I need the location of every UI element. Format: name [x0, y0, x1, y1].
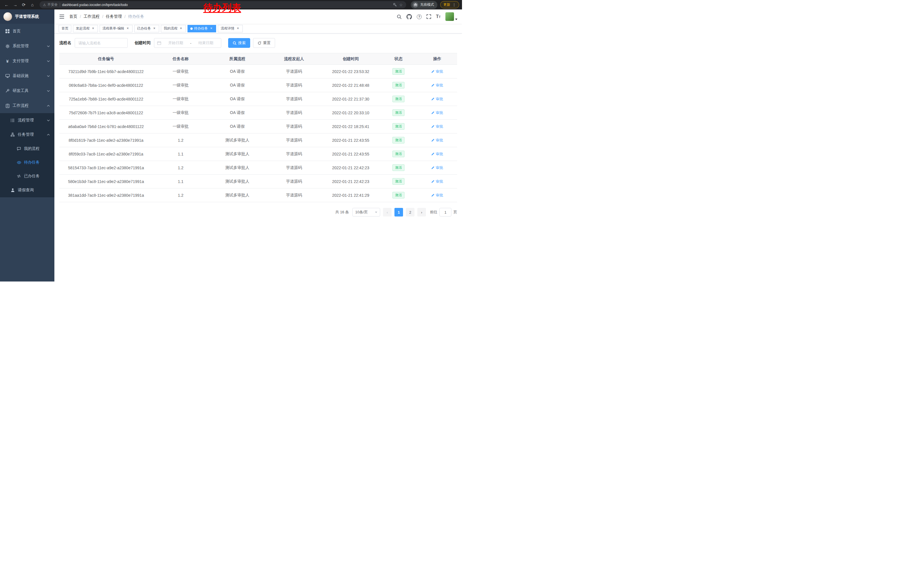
cell-created: 2022-01-22 18:25:41: [322, 120, 380, 134]
browser-menu-icon[interactable]: ⋮: [452, 3, 456, 7]
cell-process: OA 请假: [208, 65, 266, 78]
sidebar-item-leave-query[interactable]: 请假查询: [0, 183, 54, 197]
sidebar-item-home[interactable]: 首页: [0, 24, 54, 39]
cell-initiator: 芋道源码: [266, 120, 322, 134]
tab-todo-tasks[interactable]: 待办任务 ×: [188, 25, 216, 32]
browser-forward-button[interactable]: →: [12, 1, 19, 9]
tab-close-icon[interactable]: ×: [152, 27, 156, 31]
sidebar-item-workflow[interactable]: 工作流程: [0, 98, 54, 113]
reset-button-label: 重置: [263, 41, 270, 45]
sidebar-item-label: 基础设施: [13, 73, 44, 78]
browser-home-button[interactable]: ⌂: [28, 1, 36, 9]
page-size-select[interactable]: 10条/页: [352, 208, 380, 216]
password-key-icon[interactable]: [393, 3, 397, 7]
sidebar-collapse-icon[interactable]: [59, 14, 65, 20]
tab-start-process[interactable]: 发起流程 ×: [73, 25, 98, 32]
breadcrumb-separator: /: [102, 14, 104, 19]
sidebar-item-system-mgmt[interactable]: 系统管理: [0, 39, 54, 54]
bookmark-star-icon[interactable]: ☆: [399, 3, 403, 7]
pen-icon: [431, 180, 435, 183]
breadcrumb-home[interactable]: 首页: [69, 14, 77, 19]
help-icon[interactable]: ?: [417, 14, 422, 19]
breadcrumb-task-mgmt[interactable]: 任务管理: [106, 14, 122, 19]
app-logo[interactable]: 芋道管理系统: [0, 9, 54, 24]
breadcrumb: 首页 / 工作流程 / 任务管理 / 待办任务: [69, 14, 144, 19]
tab-done-tasks[interactable]: 已办任务 ×: [134, 25, 159, 32]
tab-form-edit[interactable]: 流程表单-编辑 ×: [100, 25, 132, 32]
tab-close-icon[interactable]: ×: [179, 27, 183, 31]
sidebar-item-done-tasks[interactable]: 已办任务: [0, 169, 54, 183]
tab-close-icon[interactable]: ×: [209, 27, 213, 31]
security-status[interactable]: ⚠ 不安全: [43, 2, 58, 7]
approve-link[interactable]: 审批: [431, 138, 443, 143]
sidebar-item-dev-tools[interactable]: 研发工具: [0, 83, 54, 98]
top-navbar: 首页 / 工作流程 / 任务管理 / 待办任务: [54, 9, 462, 24]
table-row: 725a1eb6-7b88-11ec-8ef0-acde48001122 一级审…: [59, 92, 457, 106]
browser-back-button[interactable]: ←: [3, 1, 10, 9]
sidebar-item-my-processes[interactable]: 我的流程: [0, 142, 54, 156]
sidebar-item-label: 支付管理: [13, 59, 44, 63]
approve-link[interactable]: 审批: [431, 69, 443, 74]
approve-link-label: 审批: [436, 179, 443, 184]
date-range-picker[interactable]: 开始日期 - 结束日期: [154, 38, 221, 48]
tab-close-icon[interactable]: ×: [126, 27, 130, 31]
tab-close-icon[interactable]: ×: [236, 27, 240, 31]
user-avatar-menu[interactable]: [446, 12, 458, 21]
tab-home[interactable]: 首页: [58, 25, 71, 32]
sidebar-item-todo-tasks[interactable]: 待办任务: [0, 156, 54, 169]
cell-action: 审批: [417, 161, 457, 175]
cell-initiator: 芋道源码: [266, 161, 322, 175]
fullscreen-icon[interactable]: [426, 14, 431, 19]
tab-process-detail[interactable]: 流程详情 ×: [218, 25, 243, 32]
workflow-icon: [5, 104, 10, 108]
cell-task-id: 580e1b3d-7ac8-11ec-a9e2-a2380e71991a: [59, 175, 153, 188]
cell-initiator: 芋道源码: [266, 147, 322, 161]
cell-action: 审批: [417, 147, 457, 161]
goto-suffix-label: 页: [453, 210, 457, 215]
approve-link[interactable]: 审批: [431, 179, 443, 184]
cell-action: 审批: [417, 188, 457, 202]
pen-icon: [431, 111, 435, 114]
approve-link[interactable]: 审批: [431, 96, 443, 102]
goto-page-input[interactable]: [440, 208, 452, 216]
search-icon[interactable]: [397, 14, 402, 19]
sidebar-item-process-mgmt[interactable]: 流程管理: [0, 113, 54, 128]
sidebar-item-payment-mgmt[interactable]: ¥ 支付管理: [0, 54, 54, 68]
end-date-placeholder: 结束日期: [194, 41, 218, 45]
approve-link[interactable]: 审批: [431, 124, 443, 129]
next-page-button[interactable]: ›: [417, 208, 426, 216]
reset-button[interactable]: 重置: [253, 38, 275, 48]
github-icon[interactable]: [406, 14, 412, 20]
browser-update-button[interactable]: 更新 ⋮: [440, 1, 459, 8]
process-name-input[interactable]: [75, 38, 128, 48]
tab-close-icon[interactable]: ×: [91, 27, 95, 31]
cell-action: 审批: [417, 78, 457, 92]
cell-process: OA 请假: [208, 92, 266, 106]
breadcrumb-workflow[interactable]: 工作流程: [84, 14, 100, 19]
workflow-submenu: 流程管理 任务管理: [0, 113, 54, 197]
page-button-2[interactable]: 2: [406, 208, 414, 216]
approve-link[interactable]: 审批: [431, 193, 443, 198]
font-size-icon[interactable]: TT: [436, 14, 441, 19]
cell-process: 测试多审批人: [208, 134, 266, 147]
approve-link[interactable]: 审批: [431, 152, 443, 157]
table-row: 8f059c03-7ac8-11ec-a9e2-a2380e71991a 1.1…: [59, 147, 457, 161]
sidebar-item-infrastructure[interactable]: 基础设施: [0, 68, 54, 83]
search-button[interactable]: 搜索: [228, 38, 250, 48]
approve-link[interactable]: 审批: [431, 110, 443, 116]
column-header-action: 操作: [417, 53, 457, 65]
approve-link[interactable]: 审批: [431, 165, 443, 170]
address-bar[interactable]: ⚠ 不安全 dashboard.yudao.iocoder.cn/bpm/tas…: [39, 1, 406, 8]
incognito-label: 无痕模式: [420, 2, 434, 7]
sidebar-item-task-mgmt[interactable]: 任务管理: [0, 128, 54, 142]
table-row: 381aa1dd-7ac8-11ec-a9e2-a2380e71991a 1.2…: [59, 188, 457, 202]
page-button-1[interactable]: 1: [394, 208, 403, 216]
chevron-down-icon: [47, 60, 50, 62]
browser-reload-button[interactable]: ⟳: [20, 1, 27, 9]
approve-link[interactable]: 审批: [431, 83, 443, 88]
cell-created: 2022-01-21 22:42:23: [322, 161, 380, 175]
sidebar-item-label: 已办任务: [24, 174, 50, 179]
tab-my-processes[interactable]: 我的流程 ×: [161, 25, 186, 32]
prev-page-button[interactable]: ‹: [383, 208, 392, 216]
incognito-profile-chip[interactable]: 无痕模式: [411, 1, 437, 9]
